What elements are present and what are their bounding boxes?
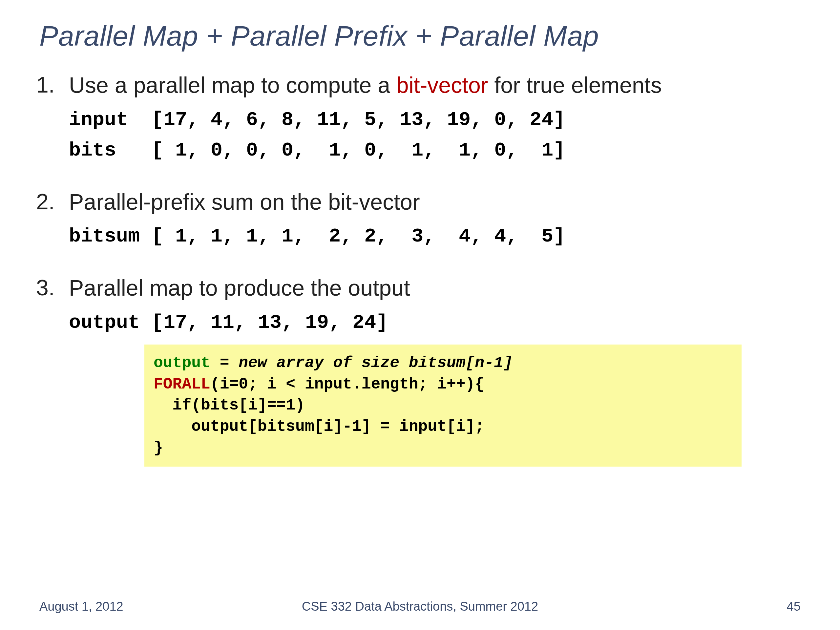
slide-footer: August 1, 2012 CSE 332 Data Abstractions…	[0, 600, 840, 614]
code-new-array: new array of size bitsum[n-1]	[238, 354, 513, 372]
step-1-bits-array: bits [ 1, 0, 0, 0, 1, 0, 1, 1, 0, 1]	[69, 135, 801, 166]
code-if-line: if(bits[i]==1)	[153, 396, 305, 414]
code-forall-rest: (i=0; i < input.length; i++){	[210, 375, 484, 393]
steps-list: Use a parallel map to compute a bit-vect…	[39, 72, 801, 467]
slide-title: Parallel Map + Parallel Prefix + Paralle…	[39, 20, 801, 52]
code-close-brace: }	[153, 439, 163, 457]
step-3-text: Parallel map to produce the output	[69, 275, 801, 302]
code-output-keyword: output	[153, 354, 210, 372]
step-2-bitsum-array: bitsum [ 1, 1, 1, 1, 2, 2, 3, 4, 4, 5]	[69, 221, 801, 252]
bit-vector-highlight: bit-vector	[396, 73, 488, 98]
step-3: Parallel map to produce the output outpu…	[39, 275, 801, 467]
step-1-text-after: for true elements	[488, 73, 662, 98]
step-1-text-before: Use a parallel map to compute a	[69, 73, 396, 98]
step-1-text: Use a parallel map to compute a bit-vect…	[69, 72, 801, 99]
footer-course: CSE 332 Data Abstractions, Summer 2012	[0, 600, 840, 614]
step-1-input-array: input [17, 4, 6, 8, 11, 5, 13, 19, 0, 24…	[69, 105, 801, 135]
code-eq: =	[210, 354, 238, 372]
step-2: Parallel-prefix sum on the bit-vector bi…	[39, 189, 801, 252]
code-forall-keyword: FORALL	[153, 375, 210, 393]
code-assign-line: output[bitsum[i]-1] = input[i];	[153, 418, 484, 436]
step-3-output-array: output [17, 11, 13, 19, 24]	[69, 308, 801, 338]
slide: Parallel Map + Parallel Prefix + Paralle…	[0, 0, 840, 630]
step-1: Use a parallel map to compute a bit-vect…	[39, 72, 801, 166]
pseudocode-box: output = new array of size bitsum[n-1] F…	[144, 344, 742, 467]
step-2-text: Parallel-prefix sum on the bit-vector	[69, 189, 801, 216]
